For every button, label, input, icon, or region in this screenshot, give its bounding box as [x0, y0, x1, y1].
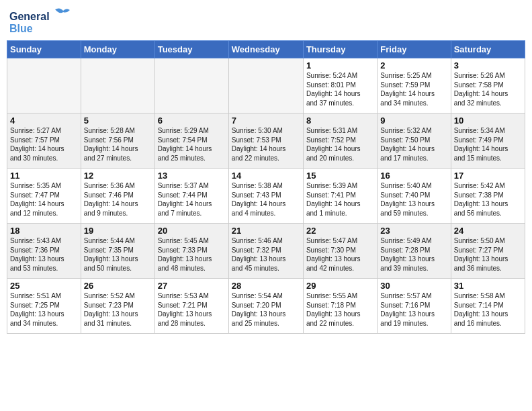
- table-row: 30Sunrise: 5:57 AM Sunset: 7:16 PM Dayli…: [378, 279, 451, 334]
- table-row: 4Sunrise: 5:27 AM Sunset: 7:57 PM Daylig…: [7, 113, 81, 169]
- day-number: 14: [232, 171, 300, 181]
- day-number: 8: [306, 116, 374, 126]
- day-number: 5: [84, 116, 152, 126]
- calendar-week-row: 4Sunrise: 5:27 AM Sunset: 7:57 PM Daylig…: [7, 113, 525, 169]
- day-info: Sunrise: 5:39 AM Sunset: 7:41 PM Dayligh…: [306, 181, 374, 218]
- day-number: 22: [306, 226, 374, 236]
- day-info: Sunrise: 5:30 AM Sunset: 7:53 PM Dayligh…: [232, 126, 300, 163]
- calendar-header-row: SundayMondayTuesdayWednesdayThursdayFrid…: [7, 41, 525, 58]
- day-number: 13: [158, 171, 226, 181]
- day-info: Sunrise: 5:57 AM Sunset: 7:16 PM Dayligh…: [380, 291, 447, 328]
- day-info: Sunrise: 5:29 AM Sunset: 7:54 PM Dayligh…: [158, 126, 226, 163]
- calendar-week-row: 1Sunrise: 5:24 AM Sunset: 8:01 PM Daylig…: [7, 58, 525, 113]
- table-row: 5Sunrise: 5:28 AM Sunset: 7:56 PM Daylig…: [81, 113, 154, 169]
- day-number: 12: [84, 171, 152, 181]
- day-number: 27: [158, 281, 226, 291]
- table-row: 24Sunrise: 5:50 AM Sunset: 7:27 PM Dayli…: [451, 224, 525, 279]
- day-info: Sunrise: 5:54 AM Sunset: 7:20 PM Dayligh…: [232, 291, 300, 328]
- table-row: 22Sunrise: 5:47 AM Sunset: 7:30 PM Dayli…: [303, 224, 377, 279]
- table-row: 11Sunrise: 5:35 AM Sunset: 7:47 PM Dayli…: [7, 169, 81, 224]
- day-info: Sunrise: 5:40 AM Sunset: 7:40 PM Dayligh…: [380, 181, 447, 218]
- table-row: 21Sunrise: 5:46 AM Sunset: 7:32 PM Dayli…: [228, 224, 303, 279]
- day-info: Sunrise: 5:44 AM Sunset: 7:35 PM Dayligh…: [84, 236, 152, 273]
- day-number: 30: [380, 281, 447, 291]
- day-info: Sunrise: 5:34 AM Sunset: 7:49 PM Dayligh…: [454, 126, 522, 163]
- day-info: Sunrise: 5:49 AM Sunset: 7:28 PM Dayligh…: [380, 236, 447, 273]
- table-row: 2Sunrise: 5:25 AM Sunset: 7:59 PM Daylig…: [378, 58, 451, 113]
- logo: GeneralBlue: [9, 7, 70, 36]
- calendar-header-sunday: Sunday: [7, 41, 81, 58]
- table-row: [81, 58, 154, 113]
- day-info: Sunrise: 5:25 AM Sunset: 7:59 PM Dayligh…: [380, 71, 447, 107]
- day-info: Sunrise: 5:50 AM Sunset: 7:27 PM Dayligh…: [454, 236, 522, 273]
- logo-svg: GeneralBlue: [9, 7, 70, 36]
- calendar-header-tuesday: Tuesday: [154, 41, 228, 58]
- calendar-header-friday: Friday: [378, 41, 451, 58]
- day-info: Sunrise: 5:47 AM Sunset: 7:30 PM Dayligh…: [306, 236, 374, 273]
- day-number: 31: [454, 281, 522, 291]
- day-info: Sunrise: 5:51 AM Sunset: 7:25 PM Dayligh…: [10, 291, 78, 328]
- table-row: 19Sunrise: 5:44 AM Sunset: 7:35 PM Dayli…: [81, 224, 154, 279]
- table-row: 3Sunrise: 5:26 AM Sunset: 7:58 PM Daylig…: [451, 58, 525, 113]
- day-number: 7: [232, 116, 300, 126]
- day-number: 16: [380, 171, 447, 181]
- day-info: Sunrise: 5:53 AM Sunset: 7:21 PM Dayligh…: [158, 291, 226, 328]
- day-number: 1: [306, 60, 374, 71]
- day-number: 10: [454, 116, 522, 126]
- table-row: 28Sunrise: 5:54 AM Sunset: 7:20 PM Dayli…: [228, 279, 303, 334]
- day-info: Sunrise: 5:24 AM Sunset: 8:01 PM Dayligh…: [306, 71, 374, 107]
- day-info: Sunrise: 5:26 AM Sunset: 7:58 PM Dayligh…: [454, 71, 522, 107]
- day-info: Sunrise: 5:58 AM Sunset: 7:14 PM Dayligh…: [454, 291, 522, 328]
- calendar-header-saturday: Saturday: [451, 41, 525, 58]
- day-info: Sunrise: 5:37 AM Sunset: 7:44 PM Dayligh…: [158, 181, 226, 218]
- day-number: 15: [306, 171, 374, 181]
- table-row: 14Sunrise: 5:38 AM Sunset: 7:43 PM Dayli…: [228, 169, 303, 224]
- table-row: 16Sunrise: 5:40 AM Sunset: 7:40 PM Dayli…: [378, 169, 451, 224]
- day-number: 24: [454, 226, 522, 236]
- day-number: 23: [380, 226, 447, 236]
- table-row: 6Sunrise: 5:29 AM Sunset: 7:54 PM Daylig…: [154, 113, 228, 169]
- day-number: 29: [306, 281, 374, 291]
- table-row: 17Sunrise: 5:42 AM Sunset: 7:38 PM Dayli…: [451, 169, 525, 224]
- table-row: [228, 58, 303, 113]
- day-info: Sunrise: 5:38 AM Sunset: 7:43 PM Dayligh…: [232, 181, 300, 218]
- day-number: 25: [10, 281, 78, 291]
- table-row: 10Sunrise: 5:34 AM Sunset: 7:49 PM Dayli…: [451, 113, 525, 169]
- calendar-week-row: 18Sunrise: 5:43 AM Sunset: 7:36 PM Dayli…: [7, 224, 525, 279]
- calendar-table: SundayMondayTuesdayWednesdayThursdayFrid…: [7, 40, 525, 334]
- table-row: 29Sunrise: 5:55 AM Sunset: 7:18 PM Dayli…: [303, 279, 377, 334]
- table-row: [154, 58, 228, 113]
- day-info: Sunrise: 5:27 AM Sunset: 7:57 PM Dayligh…: [10, 126, 78, 163]
- calendar-week-row: 25Sunrise: 5:51 AM Sunset: 7:25 PM Dayli…: [7, 279, 525, 334]
- calendar-header-monday: Monday: [81, 41, 154, 58]
- table-row: 13Sunrise: 5:37 AM Sunset: 7:44 PM Dayli…: [154, 169, 228, 224]
- day-number: 19: [84, 226, 152, 236]
- table-row: 27Sunrise: 5:53 AM Sunset: 7:21 PM Dayli…: [154, 279, 228, 334]
- day-number: 20: [158, 226, 226, 236]
- day-info: Sunrise: 5:35 AM Sunset: 7:47 PM Dayligh…: [10, 181, 78, 218]
- day-number: 4: [10, 116, 78, 126]
- day-info: Sunrise: 5:42 AM Sunset: 7:38 PM Dayligh…: [454, 181, 522, 218]
- table-row: 9Sunrise: 5:32 AM Sunset: 7:50 PM Daylig…: [378, 113, 451, 169]
- table-row: 23Sunrise: 5:49 AM Sunset: 7:28 PM Dayli…: [378, 224, 451, 279]
- table-row: 20Sunrise: 5:45 AM Sunset: 7:33 PM Dayli…: [154, 224, 228, 279]
- table-row: 26Sunrise: 5:52 AM Sunset: 7:23 PM Dayli…: [81, 279, 154, 334]
- day-info: Sunrise: 5:36 AM Sunset: 7:46 PM Dayligh…: [84, 181, 152, 218]
- calendar-week-row: 11Sunrise: 5:35 AM Sunset: 7:47 PM Dayli…: [7, 169, 525, 224]
- day-info: Sunrise: 5:43 AM Sunset: 7:36 PM Dayligh…: [10, 236, 78, 273]
- day-number: 9: [380, 116, 447, 126]
- page-header: GeneralBlue: [7, 7, 525, 36]
- day-number: 18: [10, 226, 78, 236]
- table-row: 1Sunrise: 5:24 AM Sunset: 8:01 PM Daylig…: [303, 58, 377, 113]
- day-number: 21: [232, 226, 300, 236]
- day-number: 28: [232, 281, 300, 291]
- table-row: 12Sunrise: 5:36 AM Sunset: 7:46 PM Dayli…: [81, 169, 154, 224]
- day-info: Sunrise: 5:31 AM Sunset: 7:52 PM Dayligh…: [306, 126, 374, 163]
- day-info: Sunrise: 5:45 AM Sunset: 7:33 PM Dayligh…: [158, 236, 226, 273]
- table-row: 25Sunrise: 5:51 AM Sunset: 7:25 PM Dayli…: [7, 279, 81, 334]
- day-number: 17: [454, 171, 522, 181]
- day-number: 3: [454, 60, 522, 71]
- day-number: 6: [158, 116, 226, 126]
- table-row: 8Sunrise: 5:31 AM Sunset: 7:52 PM Daylig…: [303, 113, 377, 169]
- calendar-header-wednesday: Wednesday: [228, 41, 303, 58]
